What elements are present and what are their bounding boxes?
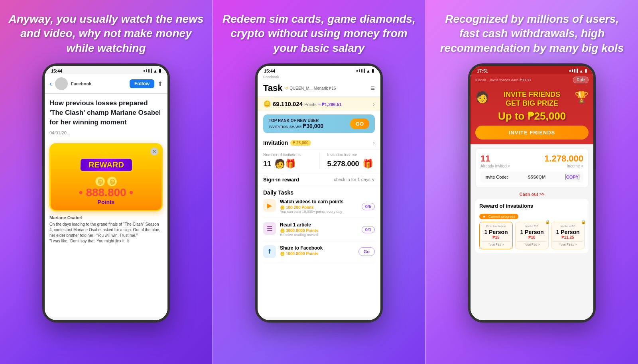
- status-icons-2: ▲ ▮: [356, 68, 374, 73]
- read-task-progress: 0/1: [362, 226, 375, 233]
- wifi-icon-1: ▲: [153, 69, 158, 73]
- inv-count-stat: Number of invitations 11 🧑‍🎁: [263, 153, 311, 169]
- phone-2-content: Facebook Task ⚙ QUEEN_M... Menarik ₱16 ≡…: [258, 74, 380, 317]
- reward-points-value: • 888.800 •: [57, 186, 155, 199]
- already-invited-num: 11: [480, 153, 510, 164]
- status-icons-1: ▲ ▮: [144, 68, 161, 73]
- rule-button[interactable]: Rule: [573, 77, 589, 83]
- fb-nav: ‹ Facebook Follow ⬆: [45, 74, 167, 94]
- progress-label: ★ Current progress: [479, 214, 518, 219]
- task-item-share[interactable]: f Share to Facebook 🪙 1000-8000 Points G…: [263, 245, 375, 262]
- article-author: Mariane Osabel: [49, 215, 163, 220]
- fb-footer: Mariane Osabel On the days leading to th…: [45, 211, 167, 248]
- wifi-icon-2: ▲: [366, 69, 370, 73]
- inv-income-stat: Invitation income 5.278.000 🎁: [327, 153, 375, 169]
- invitation-row[interactable]: Invitation ₱ 25,000 ›: [258, 136, 380, 150]
- phone-3: 17:51 ▲ ▮ Kiansk... invite friends earn …: [468, 63, 596, 323]
- coin-icon-2: 🪙: [107, 177, 117, 186]
- task-item-watch[interactable]: ▶ Watch videos to earn points 🪙 100-200 …: [263, 199, 375, 218]
- inv-gift-icon: 🎁: [362, 159, 373, 169]
- task-item-read[interactable]: ☰ Read 1 article 🪙 3000-8000 Points Rece…: [263, 222, 375, 241]
- cashout-link[interactable]: Cash out >>: [475, 192, 589, 197]
- read-task-info: Read 1 article 🪙 3000-8000 Points Receiv…: [280, 222, 358, 237]
- points-display: 69.110.024 Points ≈ ₱1,296.51: [273, 100, 342, 107]
- task-user: ⚙ QUEEN_M... Menarik ₱16: [285, 86, 371, 91]
- signal-1: [144, 70, 145, 72]
- person-icon: 🧑: [475, 91, 489, 104]
- phone-1: 15:44 ▲ ▮ ‹ Facebook Follow ⬆ How prev: [42, 63, 170, 323]
- panel-watch-money: Anyway, you usually watch the news and v…: [0, 0, 212, 364]
- invite-code-value: S5S6QM: [528, 175, 545, 179]
- reward-popup: ✦ ✦ ✦ REWARD 🪙 🪙 • 888.800 • Points ✕: [49, 143, 163, 211]
- panel-2-title: Redeem sim cards, game diamonds, crypto …: [221, 12, 417, 55]
- promo-banner[interactable]: TOP RANK OF NEW USER INVITATION SHARE ₱3…: [263, 114, 375, 133]
- task-title: Task: [263, 83, 283, 93]
- panel-redeem: Redeem sim cards, game diamonds, crypto …: [212, 0, 426, 364]
- close-icon[interactable]: ✕: [150, 148, 158, 155]
- signin-row[interactable]: Sign-in reward check in for 1 days ∨: [258, 173, 380, 186]
- fb-avatar: [55, 77, 68, 90]
- status-bar-1: 15:44 ▲ ▮: [45, 66, 167, 74]
- back-arrow[interactable]: ‹: [49, 80, 52, 88]
- status-time-1: 15:44: [51, 69, 62, 73]
- invite-header: Kiansk... invite friends earn ₱33.33 Rul…: [471, 74, 593, 86]
- watch-task-info: Watch videos to earn points 🪙 100-200 Po…: [280, 199, 358, 214]
- phone-1-content: ‹ Facebook Follow ⬆ How previous losses …: [45, 74, 167, 317]
- status-time-3: 17:51: [477, 69, 488, 73]
- invite-amount: Up to ₱25,000: [475, 110, 589, 122]
- coin-icon: 🪙: [263, 100, 271, 108]
- signal-4: [151, 69, 152, 73]
- phone-3-content: Kiansk... invite friends earn ₱33.33 Rul…: [471, 74, 593, 317]
- status-icons-3: ▲ ▮: [569, 68, 587, 73]
- signal-3: [148, 69, 150, 73]
- watch-task-icon: ▶: [263, 199, 276, 212]
- prize-icon: 🏆: [575, 91, 589, 104]
- invite-notif: Kiansk... invite friends earn ₱33.33: [475, 78, 531, 82]
- status-bar-2: 15:44 ▲ ▮: [258, 66, 380, 74]
- signal-2: [146, 69, 147, 72]
- copy-button[interactable]: COPY: [565, 174, 579, 180]
- income-label: Income >: [544, 164, 583, 168]
- points-arrow[interactable]: ›: [373, 101, 375, 107]
- share-icon[interactable]: ⬆: [158, 80, 163, 88]
- already-invited-label: Already invited >: [480, 164, 510, 168]
- panel-1-title: Anyway, you usually watch the news and v…: [8, 12, 204, 55]
- reward-inv-title: Reward of invatations: [479, 203, 585, 209]
- inv-stats: Number of invitations 11 🧑‍🎁 Invitation …: [258, 150, 380, 173]
- reward-banner-text: REWARD: [79, 158, 133, 172]
- battery-icon-1: ▮: [159, 68, 161, 73]
- invite-headline: INVITE FRIENDS GET BIG PRIZE: [489, 91, 575, 108]
- income-stat: 1.278.000 Income >: [544, 153, 583, 168]
- fb-source: Facebook: [71, 81, 130, 86]
- lock-icon-2: 🔒: [581, 220, 586, 224]
- follow-button[interactable]: Follow: [130, 79, 154, 88]
- fb-source-2: Facebook: [258, 74, 380, 80]
- invite-stats-card: 11 Already invited > 1.278.000 Income > …: [475, 148, 589, 188]
- share-task-go-button[interactable]: Go: [358, 247, 375, 256]
- reward-tier-2: 🔒 Invite 2-3 1 Person ₱10 Total ₱20 >: [515, 222, 549, 249]
- task-menu-icon[interactable]: ≡: [370, 84, 375, 92]
- reward-tier-3: 🔒 Invite 4-20 1 Person ₱11.25 Total ₱191…: [551, 222, 585, 249]
- hero-text: INVITE FRIENDS GET BIG PRIZE: [489, 91, 575, 108]
- watch-task-progress: 0/5: [362, 203, 375, 210]
- reward-stars: ✦ ✦ ✦: [57, 149, 155, 156]
- points-bar: 🪙 69.110.024 Points ≈ ₱1,296.51 ›: [258, 97, 380, 111]
- article-snippet: On the days leading to the grand finals …: [49, 222, 163, 244]
- phone-2: 15:44 ▲ ▮ Facebook Task ⚙ QUEEN_M... Men…: [255, 63, 383, 323]
- article-date: 04/01/20...: [49, 130, 163, 135]
- status-time-2: 15:44: [264, 69, 275, 73]
- fb-article: How previous losses prepared 'The Clash'…: [45, 94, 167, 143]
- invite-friends-button[interactable]: INVITE FRIENDS: [475, 126, 589, 140]
- stat-divider: [319, 153, 319, 169]
- task-header: Task ⚙ QUEEN_M... Menarik ₱16 ≡: [258, 80, 380, 97]
- already-invited-stat: 11 Already invited >: [480, 153, 510, 168]
- inv-arrow: ›: [373, 140, 375, 146]
- invite-code-label: Invite Code:: [484, 175, 508, 179]
- reward-tiers: First Invitation 1 Person ₱15 Total ₱15 …: [479, 222, 585, 249]
- daily-tasks: Daily Tasks ▶ Watch videos to earn point…: [258, 186, 380, 270]
- reward-tier-1: First Invitation 1 Person ₱15 Total ₱15 …: [479, 222, 513, 249]
- battery-icon-3: ▮: [585, 68, 587, 73]
- income-num: 1.278.000: [544, 153, 583, 164]
- invite-code-row: Invite Code: S5S6QM COPY: [480, 171, 583, 183]
- promo-go-button[interactable]: GO: [350, 118, 369, 129]
